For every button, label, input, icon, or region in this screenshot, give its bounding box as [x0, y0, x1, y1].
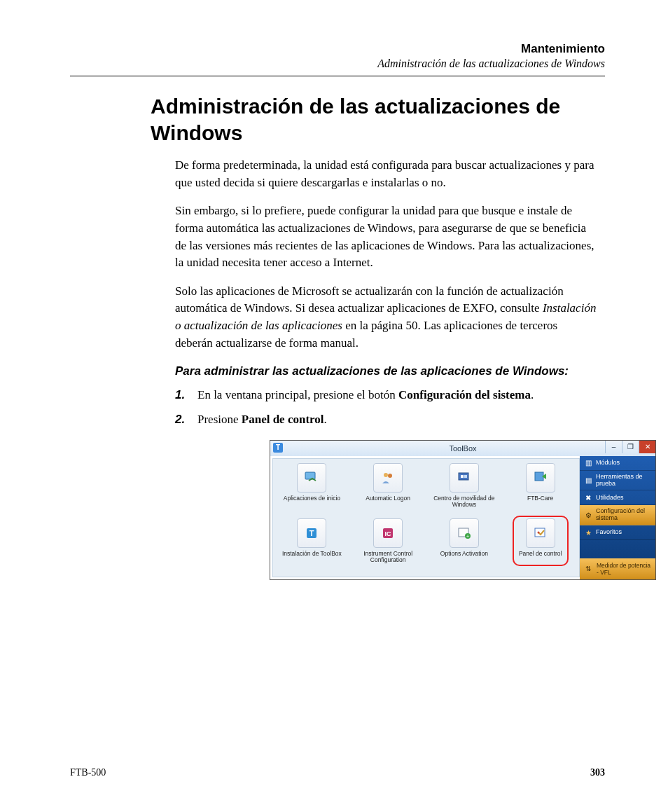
- header-section: Administración de las actualizaciones de…: [70, 57, 605, 70]
- step-number: 1.: [175, 387, 188, 404]
- paragraph-1: De forma predeterminada, la unidad está …: [175, 157, 598, 191]
- procedure-heading: Para administrar las actualizaciones de …: [175, 364, 598, 378]
- sidebar-item-label: Favoritos: [596, 529, 622, 536]
- star-icon: ★: [584, 528, 592, 537]
- ftbcare-icon: [526, 463, 555, 493]
- tile-aplicaciones-inicio[interactable]: Aplicaciones de inicio: [274, 463, 349, 502]
- tile-instrument-control[interactable]: IC Instrument Control Configuration: [351, 518, 426, 564]
- sidebar: ▥ Módulos ▤ Herramientas de prueba ✖ Uti…: [580, 456, 655, 579]
- paragraph-3: Solo las aplicaciones de Microsoft se ac…: [175, 283, 598, 352]
- tile-install-toolbox[interactable]: T Instalación de ToolBox: [274, 518, 349, 557]
- users-icon: [373, 463, 403, 493]
- install-icon: T: [297, 518, 326, 548]
- tile-label: Instalación de ToolBox: [281, 551, 343, 557]
- sidebar-power-meter[interactable]: ⇅ Medidor de potencia - VFL: [580, 558, 655, 579]
- paragraph-2: Sin embargo, si lo prefiere, puede confi…: [175, 202, 598, 272]
- ic-icon: IC: [373, 518, 403, 548]
- tile-grid: Aplicaciones de inicio Automatic Logon C…: [272, 458, 580, 577]
- sidebar-item-label: Configuración del sistema: [596, 508, 651, 522]
- tile-label: Panel de control: [517, 551, 563, 557]
- utilities-icon: ✖: [584, 493, 592, 502]
- svg-point-2: [388, 474, 392, 478]
- sidebar-item-modulos[interactable]: ▥ Módulos: [580, 456, 655, 471]
- svg-rect-14: [535, 528, 545, 537]
- app-icon: T: [273, 443, 283, 453]
- tile-label: Automatic Logon: [364, 495, 412, 502]
- sidebar-item-label: Módulos: [596, 460, 620, 467]
- svg-text:T: T: [309, 529, 314, 537]
- svg-text:IC: IC: [385, 530, 392, 537]
- tile-label: Centro de movilidad de Windows: [427, 495, 502, 509]
- titlebar: T ToolBox – ❐ ✕: [270, 441, 655, 456]
- svg-rect-4: [461, 475, 464, 478]
- tile-control-panel[interactable]: Panel de control: [503, 518, 578, 557]
- tools-icon: ▤: [584, 476, 592, 485]
- svg-text:+: +: [466, 534, 469, 539]
- svg-rect-0: [305, 472, 315, 479]
- gear-icon: ⚙: [584, 511, 592, 519]
- tile-label: FTB-Care: [526, 495, 555, 502]
- sidebar-item-configuracion[interactable]: ⚙ Configuración del sistema: [580, 505, 655, 525]
- tile-automatic-logon[interactable]: Automatic Logon: [351, 463, 426, 502]
- toolbox-window: T ToolBox – ❐ ✕ Aplicaciones de inicio: [270, 440, 656, 580]
- page-heading: Administración de las actualizaciones de…: [151, 93, 605, 146]
- minimize-button[interactable]: –: [605, 441, 622, 453]
- activation-icon: +: [450, 518, 479, 548]
- control-panel-icon: [526, 518, 555, 548]
- svg-point-15: [537, 531, 539, 533]
- header-rule: [70, 76, 605, 76]
- footer-product: FTB-500: [70, 767, 106, 778]
- step-1: 1. En la ventana principal, presione el …: [175, 387, 598, 404]
- close-button[interactable]: ✕: [639, 441, 655, 453]
- mobility-icon: [450, 463, 479, 493]
- meter-icon: ⇅: [584, 565, 592, 573]
- modules-icon: ▥: [584, 459, 592, 467]
- window-title: ToolBox: [270, 444, 655, 453]
- step-2: 2. Presione Panel de control.: [175, 411, 598, 429]
- ui-ref: Configuración del sistema: [398, 388, 531, 401]
- maximize-button[interactable]: ❐: [622, 441, 639, 453]
- sidebar-item-label: Herramientas de prueba: [596, 474, 651, 488]
- sidebar-item-label: Utilidades: [596, 495, 624, 502]
- ui-ref: Panel de control: [242, 413, 324, 426]
- tile-label: Aplicaciones de inicio: [282, 495, 342, 502]
- apps-icon: [297, 463, 326, 493]
- tile-mobility-center[interactable]: Centro de movilidad de Windows: [427, 463, 502, 509]
- sidebar-bottom-label: Medidor de potencia - VFL: [597, 562, 651, 576]
- tile-label: Options Activation: [439, 551, 489, 557]
- sidebar-item-utilidades[interactable]: ✖ Utilidades: [580, 490, 655, 505]
- tile-label: Instrument Control Configuration: [351, 551, 426, 564]
- svg-point-1: [384, 473, 388, 477]
- sidebar-item-herramientas[interactable]: ▤ Herramientas de prueba: [580, 471, 655, 491]
- header-chapter: Mantenimiento: [70, 42, 605, 56]
- sidebar-item-favoritos[interactable]: ★ Favoritos: [580, 525, 655, 540]
- step-number: 2.: [175, 411, 188, 429]
- page-number: 303: [590, 767, 605, 778]
- tile-ftb-care[interactable]: FTB-Care: [503, 463, 578, 502]
- tile-options-activation[interactable]: + Options Activation: [427, 518, 502, 557]
- svg-rect-5: [464, 475, 467, 478]
